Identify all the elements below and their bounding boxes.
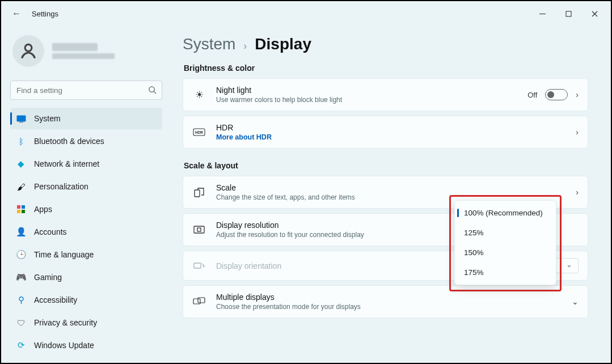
nav-update[interactable]: ⟳Windows Update	[10, 335, 162, 356]
chevron-right-icon: ›	[576, 90, 579, 99]
card-title: Multiple displays	[216, 293, 562, 302]
bluetooth-icon: ᛒ	[16, 136, 26, 146]
back-button[interactable]: ←	[10, 9, 23, 19]
nav-accessibility[interactable]: ⚲Accessibility	[10, 289, 162, 311]
app-title: Settings	[32, 10, 58, 18]
person-icon: 👤	[16, 227, 26, 237]
nav-privacy[interactable]: 🛡Privacy & security	[10, 312, 162, 333]
card-desc: Choose the presentation mode for your di…	[216, 303, 562, 311]
svg-point-4	[25, 44, 32, 51]
svg-rect-19	[193, 299, 200, 304]
scale-option-175[interactable]: 175%	[455, 263, 556, 282]
wifi-icon: ◆	[16, 159, 26, 169]
breadcrumb-current: Display	[255, 35, 311, 53]
svg-point-5	[149, 87, 154, 92]
svg-rect-10	[22, 205, 25, 209]
clock-icon: 🕒	[16, 249, 26, 260]
chevron-right-icon: ›	[576, 128, 579, 137]
svg-text:HDR: HDR	[195, 130, 203, 134]
svg-rect-9	[17, 205, 20, 209]
hdr-icon: HDR	[192, 128, 206, 136]
svg-rect-7	[16, 115, 26, 121]
breadcrumb: System › Display	[183, 35, 588, 53]
svg-rect-12	[22, 210, 25, 213]
scale-option-100[interactable]: 100% (Recommended)	[455, 203, 556, 223]
svg-rect-11	[17, 210, 20, 213]
avatar-icon	[12, 35, 44, 67]
minimize-button[interactable]	[529, 5, 555, 23]
toggle-label: Off	[527, 91, 537, 99]
svg-rect-8	[19, 122, 23, 122]
nav-label: Apps	[34, 205, 52, 214]
chevron-right-icon: ›	[243, 40, 247, 52]
card-hdr[interactable]: HDR HDR More about HDR ›	[183, 116, 588, 149]
svg-rect-1	[566, 11, 571, 16]
resolution-icon	[192, 226, 206, 234]
svg-rect-18	[194, 263, 201, 268]
card-title: HDR	[216, 123, 565, 132]
nav-label: Network & internet	[34, 159, 99, 168]
scale-option-150[interactable]: 150%	[455, 243, 556, 263]
nav-network[interactable]: ◆Network & internet	[10, 153, 162, 175]
nav-label: Accounts	[34, 227, 67, 236]
nav-apps[interactable]: Apps	[10, 198, 162, 220]
scale-dropdown-highlight: 100% (Recommended) 125% 150% 175%	[449, 195, 562, 291]
nav-label: Time & language	[34, 250, 94, 259]
orientation-icon	[192, 262, 206, 270]
card-title: Scale	[216, 183, 449, 192]
nav-bluetooth[interactable]: ᛒBluetooth & devices	[10, 130, 162, 152]
accessibility-icon: ⚲	[16, 295, 26, 305]
nav-label: Personalization	[34, 182, 88, 191]
svg-rect-20	[198, 298, 205, 303]
nav-accounts[interactable]: 👤Accounts	[10, 221, 162, 243]
nav-label: Bluetooth & devices	[34, 137, 104, 146]
system-icon	[16, 113, 26, 124]
section-scale-label: Scale & layout	[184, 161, 588, 170]
chevron-right-icon: ›	[576, 188, 579, 197]
nav-label: Accessibility	[34, 295, 77, 304]
scale-icon	[192, 187, 206, 197]
update-icon: ⟳	[16, 340, 26, 350]
nav-label: Windows Update	[34, 341, 94, 350]
card-title: Night light	[216, 86, 517, 95]
search-icon	[148, 86, 157, 96]
profile-name-redacted	[52, 43, 115, 59]
nav-gaming[interactable]: 🎮Gaming	[10, 266, 162, 288]
scale-dropdown-menu[interactable]: 100% (Recommended) 125% 150% 175%	[454, 200, 556, 285]
card-desc: Use warmer colors to help block blue lig…	[216, 96, 517, 104]
nav-personalization[interactable]: 🖌Personalization	[10, 176, 162, 197]
scale-option-125[interactable]: 125%	[455, 223, 556, 243]
svg-rect-16	[194, 226, 204, 233]
svg-rect-15	[195, 190, 200, 197]
nav-label: Gaming	[34, 273, 62, 282]
profile-block[interactable]	[10, 26, 162, 78]
brush-icon: 🖌	[16, 181, 26, 192]
nav-label: System	[34, 114, 61, 123]
night-light-toggle[interactable]	[545, 89, 568, 100]
section-brightness-label: Brightness & color	[184, 64, 588, 73]
night-light-icon: ☀	[192, 89, 206, 101]
multiple-displays-icon	[192, 297, 206, 306]
nav-label: Privacy & security	[34, 318, 97, 327]
shield-icon: 🛡	[16, 318, 26, 328]
close-button[interactable]	[581, 5, 607, 23]
maximize-button[interactable]	[555, 5, 581, 23]
apps-icon	[16, 204, 26, 214]
card-desc: Change the size of text, apps, and other…	[216, 193, 449, 201]
nav-system[interactable]: System	[10, 108, 162, 129]
card-night-light[interactable]: ☀ Night light Use warmer colors to help …	[183, 78, 588, 111]
hdr-more-link[interactable]: More about HDR	[216, 133, 565, 141]
svg-line-6	[154, 91, 156, 94]
gamepad-icon: 🎮	[16, 272, 26, 282]
svg-rect-17	[197, 228, 201, 231]
search-input[interactable]	[10, 81, 162, 100]
nav-time[interactable]: 🕒Time & language	[10, 244, 162, 265]
chevron-down-icon: ⌄	[572, 297, 579, 306]
breadcrumb-parent[interactable]: System	[183, 35, 235, 53]
